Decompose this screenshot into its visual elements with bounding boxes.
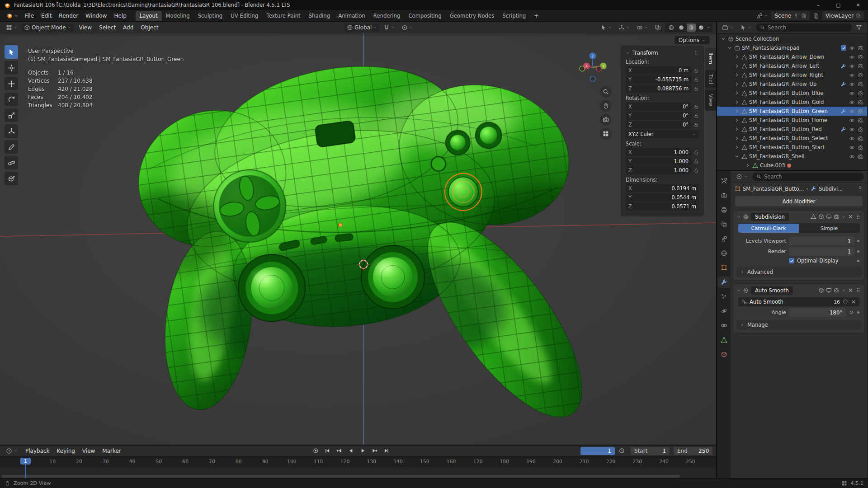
expand-chevron-icon[interactable] xyxy=(734,127,740,132)
workspace-tab[interactable]: Sculpting xyxy=(194,11,227,21)
expand-chevron-icon[interactable] xyxy=(721,36,726,42)
timeline-editor-type-button[interactable] xyxy=(4,447,20,455)
render-camera-icon[interactable] xyxy=(858,63,863,69)
xray-toggle[interactable] xyxy=(652,23,663,32)
timeline-menu-item[interactable]: View xyxy=(79,446,99,455)
rotation-field[interactable]: X0° xyxy=(626,103,691,111)
dimension-field[interactable]: X0.0194 m xyxy=(626,184,699,192)
scene-collection-row[interactable]: Scene Collection xyxy=(717,34,867,43)
tab-constraints[interactable] xyxy=(718,320,730,331)
sidebar-tab[interactable]: View xyxy=(705,89,716,111)
viewlayer-selector[interactable]: ViewLayer xyxy=(822,11,864,20)
scene-selector[interactable]: Scene xyxy=(771,11,810,20)
options-button[interactable]: Options xyxy=(675,36,710,44)
shading-wireframe-button[interactable] xyxy=(667,23,676,32)
render-camera-icon[interactable] xyxy=(858,45,863,51)
workspace-tab[interactable]: Animation xyxy=(334,11,369,21)
render-camera-icon[interactable] xyxy=(858,54,863,60)
lock-icon[interactable] xyxy=(693,77,699,82)
tab-tool[interactable] xyxy=(718,175,730,187)
tab-particles[interactable] xyxy=(718,291,730,302)
hide-eye-icon[interactable] xyxy=(849,54,855,60)
lock-icon[interactable] xyxy=(693,104,699,109)
menubar-item[interactable]: Window xyxy=(82,11,110,20)
extras-chevron-icon[interactable] xyxy=(841,215,846,219)
tab-object[interactable] xyxy=(718,262,730,273)
add-workspace-button[interactable]: + xyxy=(531,12,542,20)
panel-grip-icon[interactable] xyxy=(693,50,699,56)
breadcrumb-object[interactable]: SM_FantasiaGR_Butto... xyxy=(743,186,804,192)
collapse-chevron-icon[interactable] xyxy=(736,288,741,293)
expand-chevron-icon[interactable] xyxy=(734,81,740,87)
expand-chevron-icon[interactable] xyxy=(734,72,740,78)
input-attribute-toggle-icon[interactable] xyxy=(849,310,854,315)
add-cube-tool[interactable] xyxy=(5,172,18,185)
realtime-toggle-icon[interactable] xyxy=(826,214,832,220)
timeline-menu-item[interactable]: Playback xyxy=(22,446,53,455)
unlink-icon[interactable] xyxy=(851,299,856,305)
workspace-tab[interactable]: Compositing xyxy=(404,11,445,21)
lock-icon[interactable] xyxy=(693,113,699,118)
proportional-edit-dropdown[interactable] xyxy=(399,23,415,32)
editor-type-button[interactable] xyxy=(4,23,20,32)
camera-view-button[interactable] xyxy=(600,114,612,126)
new-viewlayer-icon[interactable] xyxy=(856,13,861,19)
close-icon[interactable] xyxy=(848,214,854,220)
gizmos-dropdown[interactable] xyxy=(616,23,632,32)
pin-icon[interactable] xyxy=(793,13,799,19)
render-camera-icon[interactable] xyxy=(858,108,863,114)
hide-eye-icon[interactable] xyxy=(849,90,855,96)
outliner-editor-type-button[interactable] xyxy=(720,23,736,32)
subdivision-type-button[interactable]: Simple xyxy=(799,224,859,233)
timeline-track[interactable] xyxy=(0,467,716,479)
add-modifier-button[interactable]: Add Modifier xyxy=(735,196,863,206)
subdivision-type-button[interactable]: Catmull-Clark xyxy=(738,224,799,233)
viewport-menu-item[interactable]: Select xyxy=(95,23,119,32)
lock-icon[interactable] xyxy=(693,150,699,155)
render-camera-icon[interactable] xyxy=(858,127,863,132)
outliner-object-row[interactable]: SM_FantasiaGR_Button_Green xyxy=(717,107,867,116)
jump-to-start-button[interactable] xyxy=(323,446,333,455)
animate-decorator-dot[interactable] xyxy=(857,250,859,253)
app-menu-button[interactable] xyxy=(4,11,20,20)
angle-field[interactable]: 180° xyxy=(789,308,846,317)
lock-icon[interactable] xyxy=(693,122,699,127)
hide-eye-icon[interactable] xyxy=(849,99,855,105)
workspace-tab[interactable]: Modeling xyxy=(162,11,194,21)
outliner-filter-button[interactable] xyxy=(854,23,864,32)
number-field[interactable]: 1 xyxy=(789,247,854,256)
scale-field[interactable]: X1.000 xyxy=(626,148,691,156)
render-camera-icon[interactable] xyxy=(858,136,863,141)
render-camera-icon[interactable] xyxy=(858,99,863,105)
chevron-down-icon[interactable] xyxy=(707,25,711,29)
properties-search-input[interactable]: Search xyxy=(752,173,864,181)
viewport-menu-item[interactable]: Add xyxy=(119,23,137,32)
expand-chevron-icon[interactable] xyxy=(734,145,740,150)
rotation-field[interactable]: Z0° xyxy=(626,121,691,129)
tab-physics[interactable] xyxy=(718,305,730,317)
edit-mode-toggle-icon[interactable] xyxy=(818,287,824,293)
expand-chevron-icon[interactable] xyxy=(734,99,740,105)
animate-decorator-dot[interactable] xyxy=(857,240,859,242)
tab-scene[interactable] xyxy=(718,233,730,244)
outliner-object-row[interactable]: SM_FantasiaGR_Button_Select xyxy=(717,134,867,143)
outliner-object-row[interactable]: SM_FantasiaGR_Arrow_Up xyxy=(717,80,867,89)
dimension-field[interactable]: Y0.0544 m xyxy=(626,193,699,202)
hide-eye-icon[interactable] xyxy=(849,117,855,123)
scale-field[interactable]: Y1.000 xyxy=(626,157,691,165)
jump-to-end-button[interactable] xyxy=(382,446,392,455)
ortho-toggle-button[interactable] xyxy=(600,128,612,140)
expand-chevron-icon[interactable] xyxy=(734,90,740,96)
overlays-dropdown[interactable] xyxy=(634,23,651,32)
rotate-tool[interactable] xyxy=(5,93,18,106)
timeline-menu-item[interactable]: Keying xyxy=(53,446,79,455)
cursor-tool[interactable] xyxy=(5,61,18,75)
outliner-object-row[interactable]: SM_FantasiaGR_Button_Blue xyxy=(717,89,867,98)
location-field[interactable]: X0 m xyxy=(626,66,691,75)
optimal-display-checkbox[interactable] xyxy=(789,258,794,263)
hide-eye-icon[interactable] xyxy=(849,108,855,114)
workspace-tab[interactable]: UV Editing xyxy=(226,11,262,21)
transform-tool[interactable] xyxy=(5,124,18,138)
workspace-tab[interactable]: Rendering xyxy=(369,11,405,21)
tab-object-data[interactable] xyxy=(718,334,730,346)
